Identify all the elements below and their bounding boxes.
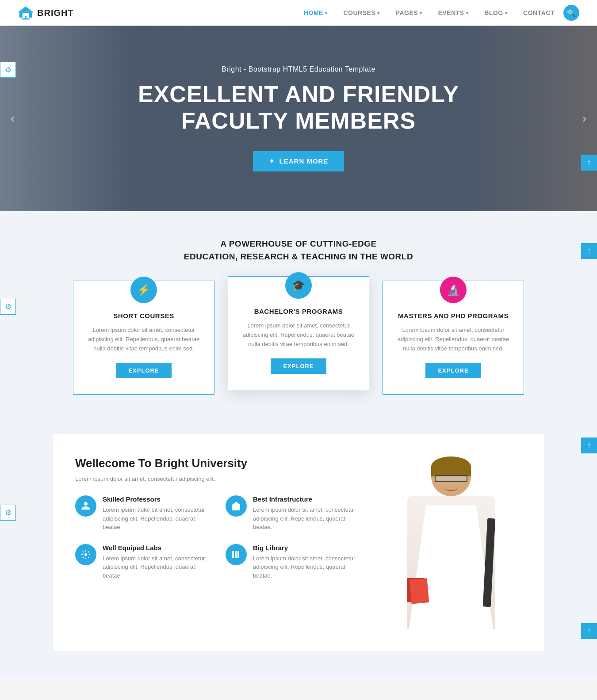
hero-learn-more-button[interactable]: ✦ LEARN MORE [253, 151, 344, 171]
welcome-feature-labs: Well Equiped Labs Lorem ipsum dolor sit … [75, 544, 212, 580]
bachelors-title: BACHELOR'S PROGRAMS [241, 308, 356, 315]
events-dropdown-arrow: ▾ [466, 11, 469, 15]
hero-section: Bright - Bootstrap HTML5 Education Templ… [0, 26, 597, 211]
welcome-title: Wellecome To Bright University [75, 457, 363, 470]
svg-marker-8 [232, 502, 241, 505]
masters-title: MASTERS AND PHD PROGRAMS [396, 312, 510, 320]
search-button[interactable]: 🔍 [563, 5, 579, 21]
svg-marker-3 [19, 7, 32, 11]
welcome-wrapper: Wellecome To Bright University Lorem ips… [0, 417, 597, 677]
welcome-desc: Lorem ipsum dolor sit amet, consectetur … [75, 476, 363, 482]
scroll-up-button-4[interactable]: ↑ [581, 623, 597, 639]
hero-person-right [473, 26, 597, 211]
hero-content: Bright - Bootstrap HTML5 Education Templ… [138, 65, 459, 171]
left-side-widgets: ⚙ ⚙ ⚙ [0, 62, 16, 521]
hero-subtitle: Bright - Bootstrap HTML5 Education Templ… [138, 65, 459, 73]
labs-text: Well Equiped Labs Lorem ipsum dolor sit … [103, 544, 212, 580]
features-section: A POWERHOUSE OF CUTTING-EDGEEDUCATION, R… [0, 211, 597, 417]
gear-button-3[interactable]: ⚙ [0, 505, 16, 521]
short-courses-text: Lorem ipsum dolor sit amet, consectetur … [87, 326, 201, 353]
svg-rect-9 [235, 507, 237, 510]
bachelors-text: Lorem ipsum dolor sit amet, consectetur … [241, 321, 356, 349]
nav-events[interactable]: EVENTS ▾ [438, 9, 469, 16]
bachelors-explore-button[interactable]: EXPLORE [271, 358, 326, 374]
feature-card-masters: 🔬 MASTERS AND PHD PROGRAMS Lorem ipsum d… [383, 281, 524, 395]
courses-dropdown-arrow: ▾ [377, 11, 380, 15]
short-courses-title: SHORT COURSES [87, 312, 201, 320]
welcome-section: Wellecome To Bright University Lorem ips… [53, 434, 544, 651]
nav-links: HOME ▾ COURSES ▾ PAGES ▾ EVENTS ▾ BLOG ▾… [304, 9, 555, 16]
features-cards: ⚡ SHORT COURSES Lorem ipsum dolor sit am… [27, 281, 570, 395]
masters-explore-button[interactable]: EXPLORE [425, 363, 481, 378]
svg-rect-2 [29, 13, 32, 18]
masters-text: Lorem ipsum dolor sit amet, consectetur … [396, 326, 510, 353]
blog-dropdown-arrow: ▾ [505, 11, 508, 15]
bachelors-icon: 🎓 [285, 272, 312, 299]
welcome-student-image [380, 457, 522, 629]
hero-person-left [0, 26, 133, 211]
svg-rect-1 [19, 13, 23, 18]
svg-rect-12 [235, 551, 237, 558]
nav-courses[interactable]: COURSES ▾ [343, 9, 379, 16]
masters-icon: 🔬 [440, 277, 467, 303]
library-icon [226, 544, 247, 565]
hero-next-arrow[interactable]: › [582, 111, 586, 126]
short-courses-icon: ⚡ [130, 277, 157, 303]
hero-title: EXCELLENT AND FRIENDLYFACULTY MEMBERS [138, 81, 459, 134]
scroll-up-button-2[interactable]: ↑ [581, 243, 597, 259]
right-side-widgets: ↑ ↑ ↑ ↑ [581, 155, 597, 639]
svg-rect-0 [19, 11, 33, 13]
plus-icon: ✦ [269, 157, 275, 165]
short-courses-explore-button[interactable]: EXPLORE [116, 363, 171, 378]
infrastructure-icon [226, 495, 247, 517]
svg-point-10 [84, 553, 87, 556]
nav-pages[interactable]: PAGES ▾ [396, 9, 422, 16]
pages-dropdown-arrow: ▾ [420, 11, 422, 15]
gear-button-2[interactable]: ⚙ [0, 299, 16, 315]
nav-home[interactable]: HOME ▾ [304, 9, 328, 16]
welcome-features-grid: Skilled Professors Lorem ipsum dolor sit… [75, 495, 363, 580]
professors-text: Skilled Professors Lorem ipsum dolor sit… [103, 495, 212, 532]
nav-blog[interactable]: BLOG ▾ [484, 9, 507, 16]
welcome-feature-professors: Skilled Professors Lorem ipsum dolor sit… [75, 495, 212, 532]
feature-card-short-courses: ⚡ SHORT COURSES Lorem ipsum dolor sit am… [73, 281, 214, 395]
welcome-content: Wellecome To Bright University Lorem ips… [75, 457, 363, 580]
svg-rect-13 [237, 551, 239, 558]
navbar: BRIGHT HOME ▾ COURSES ▾ PAGES ▾ EVENTS ▾… [0, 0, 597, 26]
scroll-up-button-1[interactable]: ↑ [581, 155, 597, 171]
svg-point-6 [84, 502, 88, 506]
welcome-feature-library: Big Library Lorem ipsum dolor sit amet, … [226, 544, 363, 580]
professors-icon [75, 495, 96, 517]
labs-icon [75, 544, 96, 565]
feature-card-bachelors: 🎓 BACHELOR'S PROGRAMS Lorem ipsum dolor … [228, 276, 369, 390]
gear-button-1[interactable]: ⚙ [0, 62, 16, 78]
welcome-feature-infrastructure: Best Infrastructure Lorem ipsum dolor si… [226, 495, 363, 532]
infrastructure-text: Best Infrastructure Lorem ipsum dolor si… [253, 495, 363, 532]
library-text: Big Library Lorem ipsum dolor sit amet, … [253, 544, 363, 580]
svg-rect-5 [22, 19, 30, 20]
scroll-up-button-3[interactable]: ↑ [581, 438, 597, 453]
home-dropdown-arrow: ▾ [325, 11, 328, 15]
svg-rect-11 [232, 551, 234, 558]
nav-contact[interactable]: CONTACT [523, 9, 555, 16]
features-tagline: A POWERHOUSE OF CUTTING-EDGEEDUCATION, R… [27, 238, 570, 263]
brand-logo[interactable]: BRIGHT [18, 5, 74, 21]
